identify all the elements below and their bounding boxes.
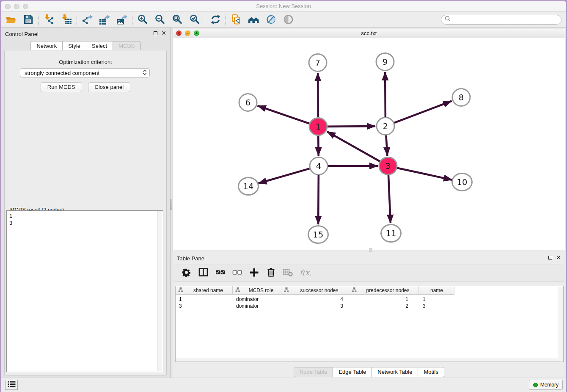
export-network-icon (82, 14, 93, 25)
graph-edge-2-3[interactable] (386, 135, 387, 156)
table-tab-node-table[interactable]: Node Table (294, 367, 333, 377)
toolbar-separator (226, 14, 226, 25)
hide-graphics-details-button[interactable] (262, 13, 280, 26)
column-header-shared-name[interactable]: shared name (176, 286, 233, 294)
table-vscrollbar[interactable] (558, 287, 563, 361)
table-cell[interactable]: 3 (418, 303, 454, 309)
table-cell[interactable]: 4 (281, 296, 349, 303)
graph-edge-1-4[interactable] (318, 136, 319, 156)
graph-edge-3-1[interactable] (327, 132, 380, 161)
graph-edge-3-10[interactable] (397, 168, 452, 180)
graph-node-1[interactable]: 1 (309, 118, 327, 135)
table-hscrollbar[interactable] (176, 358, 559, 362)
delete-table-icon (282, 267, 294, 280)
mcds-result-line: 1 (9, 212, 155, 219)
network-canvas[interactable]: 7968124314101511 (173, 38, 565, 251)
open-file-button[interactable] (3, 13, 20, 26)
table-cell[interactable]: 2 (349, 303, 418, 309)
window-title: Session: New Session (1, 3, 566, 9)
column-visibility-button[interactable] (197, 267, 209, 279)
add-column-button[interactable] (248, 267, 260, 279)
graph-node-10[interactable]: 10 (452, 174, 472, 191)
graph-edge-1-7[interactable] (318, 73, 318, 117)
home-network-button[interactable] (245, 13, 262, 26)
column-header-name[interactable]: name (418, 286, 454, 294)
zoom-out-button[interactable] (151, 13, 169, 26)
mcds-result-list[interactable]: 13 (7, 211, 158, 372)
zoom-in-button[interactable] (134, 13, 151, 26)
delete-column-button[interactable] (265, 267, 277, 279)
function-builder-button: f(x) (299, 267, 311, 279)
float-table-panel-icon[interactable] (548, 256, 552, 259)
float-panel-icon[interactable] (154, 31, 157, 35)
column-header-MCDS-role[interactable]: MCDS role (233, 286, 281, 294)
close-panel-button[interactable]: Close panel (88, 82, 131, 92)
close-table-panel-icon[interactable]: ✕ (556, 255, 561, 260)
graph-node-2[interactable]: 2 (377, 118, 394, 135)
graph-node-14[interactable]: 14 (239, 178, 259, 195)
table-tab-network-table[interactable]: Network Table (372, 367, 418, 377)
table-row[interactable]: 3dominator323 (176, 303, 454, 309)
graph-node-7[interactable]: 7 (309, 54, 327, 72)
graph-edge-3-11[interactable] (388, 175, 391, 223)
graph-node-8[interactable]: 8 (452, 89, 470, 106)
graph-edge-2-9[interactable] (385, 72, 385, 117)
graph-edge-4-14[interactable] (258, 168, 310, 183)
split-handle-horizontal[interactable] (369, 248, 372, 251)
export-table-button[interactable] (96, 13, 113, 26)
table-settings-button[interactable] (180, 267, 192, 279)
zoom-selected-button[interactable] (186, 13, 204, 26)
export-image-button[interactable] (113, 13, 131, 26)
graph-node-3[interactable]: 3 (379, 157, 397, 175)
split-handle-vertical[interactable] (170, 199, 172, 210)
table-tab-motifs[interactable]: Motifs (418, 367, 444, 377)
criterion-dropdown[interactable]: strongly connected component (20, 68, 150, 77)
result-scrollbar[interactable] (157, 211, 162, 371)
toolbar-separator (205, 14, 206, 25)
save-session-button[interactable] (20, 13, 37, 26)
graph-node-4[interactable]: 4 (310, 157, 328, 175)
memory-button[interactable]: Memory (529, 380, 563, 390)
table-cell[interactable]: dominator (233, 303, 281, 309)
search-box[interactable] (441, 15, 561, 25)
table-settings-icon (181, 267, 192, 280)
copy-network-button[interactable] (228, 13, 245, 26)
graph-node-9[interactable]: 9 (376, 53, 394, 71)
table-cell[interactable]: 1 (418, 296, 454, 303)
import-table-button[interactable] (58, 13, 75, 26)
export-table-icon (99, 14, 110, 25)
deselect-all-rows-button[interactable] (231, 267, 243, 279)
graph-edge-4-15[interactable] (318, 175, 319, 224)
zoom-fit-button[interactable] (169, 13, 186, 26)
select-all-rows-button[interactable] (214, 267, 226, 279)
graph-node-6[interactable]: 6 (239, 94, 257, 111)
run-mcds-button[interactable]: Run MCDS (41, 82, 82, 92)
mcds-tab-content: Optimization criterion: strongly connect… (4, 50, 167, 376)
close-panel-icon[interactable]: ✕ (161, 31, 166, 36)
save-session-icon (23, 14, 34, 25)
column-header-successor-nodes[interactable]: successor nodes (281, 286, 349, 294)
table-cell[interactable]: 3 (281, 303, 349, 309)
search-input[interactable] (451, 15, 561, 24)
column-header-predecessor-nodes[interactable]: predecessor nodes (349, 286, 418, 294)
table-cell[interactable]: dominator (233, 296, 281, 303)
refresh-layout-icon (210, 14, 221, 25)
show-graphics-details-icon (283, 14, 294, 25)
table-cell[interactable]: 3 (176, 303, 233, 309)
task-history-button[interactable] (5, 380, 18, 390)
refresh-layout-button[interactable] (207, 13, 224, 26)
hide-graphics-details-icon (265, 14, 277, 25)
zoom-fit-icon (172, 14, 183, 25)
table-tab-edge-table[interactable]: Edge Table (333, 367, 372, 377)
network-window-titlebar[interactable]: x − + scc.txt (173, 28, 565, 39)
table-row[interactable]: 1dominator411 (176, 296, 454, 303)
import-network-button[interactable] (41, 13, 58, 26)
table-cell[interactable]: 1 (176, 296, 233, 303)
export-network-button[interactable] (79, 13, 96, 26)
graph-node-15[interactable]: 15 (308, 226, 328, 243)
graph-node-11[interactable]: 11 (381, 225, 401, 242)
graph-edge-1-6[interactable] (258, 106, 309, 124)
table-cell[interactable]: 1 (349, 296, 418, 303)
graph-edge-2-8[interactable] (394, 101, 452, 123)
graph-edge-1-2[interactable] (328, 126, 375, 127)
